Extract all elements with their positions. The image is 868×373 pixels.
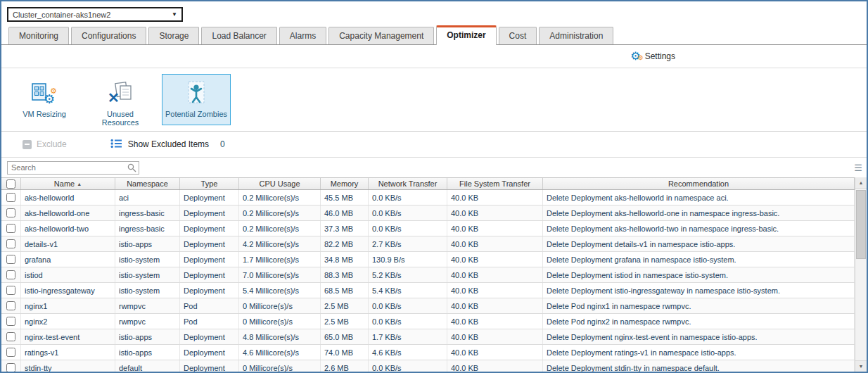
table-row[interactable]: grafana istio-system Deployment 1.7 Mill… <box>1 252 855 267</box>
tab-alarms[interactable]: Alarms <box>279 27 326 44</box>
cell-network-transfer: 0.0 KB/s <box>369 298 447 313</box>
table-row[interactable]: aks-helloworld aci Deployment 0.2 Millic… <box>1 190 855 206</box>
table-row[interactable]: ratings-v1 istio-apps Deployment 4.6 Mil… <box>1 345 855 360</box>
tab-storage[interactable]: Storage <box>148 27 199 44</box>
column-header-namespace[interactable]: Namespace <box>115 178 180 189</box>
chevron-down-icon: ▼ <box>172 11 177 18</box>
cell-file-system-transfer: 40.0 KB <box>447 221 543 236</box>
row-checkbox[interactable] <box>6 317 15 326</box>
scroll-down-icon[interactable]: ▼ <box>855 360 867 372</box>
unused-resources-button[interactable]: ✕ Unused Resources <box>86 74 155 125</box>
table-row[interactable]: details-v1 istio-apps Deployment 4.2 Mil… <box>1 236 855 252</box>
cell-namespace: rwmpvc <box>115 314 180 329</box>
cell-memory: 82.2 MB <box>321 236 369 251</box>
row-checkbox[interactable] <box>6 193 15 202</box>
row-checkbox[interactable] <box>6 348 15 357</box>
tab-configurations[interactable]: Configurations <box>71 27 146 44</box>
cell-namespace: ingress-basic <box>115 206 180 220</box>
column-header-network-transfer[interactable]: Network Transfer <box>369 178 447 189</box>
vm-resizing-label: VM Resizing <box>23 110 66 118</box>
vertical-scrollbar[interactable]: ▲ ▼ <box>855 177 867 372</box>
row-checkbox[interactable] <box>6 286 15 295</box>
tab-load-balancer[interactable]: Load Balancer <box>201 27 276 44</box>
cell-recommendation: Delete Deployment aks-helloworld in name… <box>543 190 855 205</box>
table-row[interactable]: nginx1 rwmpvc Pod 0 Millicore(s)/s 2.5 M… <box>1 298 855 314</box>
cluster-selector[interactable]: Cluster_container-aks1new2 ▼ <box>7 7 183 22</box>
column-header-recommendation[interactable]: Recommendation <box>543 178 855 189</box>
cell-recommendation: Delete Deployment istio-ingressgateway i… <box>543 283 855 298</box>
tab-capacity-management[interactable]: Capacity Management <box>328 27 434 44</box>
cell-network-transfer: 5.2 KB/s <box>369 267 447 282</box>
cell-file-system-transfer: 40.0 KB <box>447 283 543 298</box>
settings-button[interactable]: ⚙ Settings <box>630 51 675 62</box>
table-row[interactable]: aks-helloworld-one ingress-basic Deploym… <box>1 206 855 221</box>
column-header-cpu-usage[interactable]: CPU Usage <box>239 178 321 189</box>
grid-options-icon[interactable]: ☰ <box>854 163 862 172</box>
column-header-memory[interactable]: Memory <box>321 178 369 189</box>
settings-label: Settings <box>645 51 675 61</box>
cell-namespace: istio-apps <box>115 329 180 344</box>
svg-text:✕: ✕ <box>108 90 120 105</box>
cell-namespace: ingress-basic <box>115 221 180 236</box>
table-row[interactable]: aks-helloworld-two ingress-basic Deploym… <box>1 221 855 236</box>
tab-cost[interactable]: Cost <box>499 27 537 44</box>
cell-name: aks-helloworld-two <box>21 221 115 236</box>
cell-memory: 2.5 MB <box>321 298 369 313</box>
unused-resources-label: Unused Resources <box>88 110 153 127</box>
unused-resources-icon: ✕ <box>107 81 134 105</box>
cell-file-system-transfer: 40.0 KB <box>447 345 543 360</box>
tab-optimizer[interactable]: Optimizer <box>436 25 496 45</box>
cell-namespace: default <box>115 360 180 372</box>
cell-name: nginx2 <box>21 314 115 329</box>
row-checkbox[interactable] <box>6 363 15 372</box>
cell-cpu-usage: 7.0 Millicore(s)/s <box>239 267 321 282</box>
table-row[interactable]: istiod istio-system Deployment 7.0 Milli… <box>1 267 855 283</box>
cell-network-transfer: 0.0 KB/s <box>369 360 447 372</box>
cell-name: istiod <box>21 267 115 282</box>
tab-administration[interactable]: Administration <box>539 27 613 44</box>
row-checkbox[interactable] <box>6 255 15 264</box>
cell-network-transfer: 4.6 KB/s <box>369 345 447 360</box>
row-checkbox-cell <box>1 206 21 220</box>
cell-file-system-transfer: 40.0 KB <box>447 252 543 267</box>
table-row[interactable]: nginx-test-event istio-apps Deployment 4… <box>1 329 855 345</box>
cell-memory: 2.6 MB <box>321 360 369 372</box>
cell-namespace: rwmpvc <box>115 298 180 313</box>
exclude-button[interactable]: Exclude <box>23 139 67 149</box>
cell-namespace: istio-apps <box>115 236 180 251</box>
excluded-count: 0 <box>220 139 225 149</box>
potential-zombies-icon <box>184 81 208 105</box>
table-row[interactable]: istio-ingressgateway istio-system Deploy… <box>1 283 855 298</box>
row-checkbox[interactable] <box>6 208 15 217</box>
table-row[interactable]: stdin-tty default Deployment 0 Millicore… <box>1 360 855 372</box>
vm-resizing-button[interactable]: ⚙ ⚙ VM Resizing <box>10 74 79 125</box>
cell-cpu-usage: 0.2 Millicore(s)/s <box>239 221 321 236</box>
cell-type: Pod <box>180 298 239 313</box>
show-excluded-items-button[interactable]: Show Excluded Items 0 <box>110 139 225 151</box>
select-all-checkbox[interactable] <box>6 179 15 189</box>
settings-row: ⚙ Settings <box>1 45 867 68</box>
row-checkbox[interactable] <box>6 239 15 248</box>
row-checkbox-cell <box>1 236 21 251</box>
show-excluded-label: Show Excluded Items <box>128 139 209 149</box>
potential-zombies-button[interactable]: Potential Zombies <box>162 74 231 125</box>
column-header-type[interactable]: Type <box>180 178 239 189</box>
table-row[interactable]: nginx2 rwmpvc Pod 0 Millicore(s)/s 2.5 M… <box>1 314 855 329</box>
tab-monitoring[interactable]: Monitoring <box>8 27 69 44</box>
cell-memory: 88.3 MB <box>321 267 369 282</box>
cell-namespace: istio-system <box>115 252 180 267</box>
cell-recommendation: Delete Deployment ratings-v1 in namespac… <box>543 345 855 360</box>
column-header-file-system-transfer[interactable]: File System Transfer <box>447 178 543 189</box>
column-header-name[interactable]: Name ▲ <box>21 178 115 189</box>
scroll-up-icon[interactable]: ▲ <box>855 177 867 189</box>
row-checkbox-cell <box>1 298 21 313</box>
cell-memory: 74.0 MB <box>321 345 369 360</box>
row-checkbox[interactable] <box>6 301 15 310</box>
search-input[interactable] <box>7 161 139 175</box>
cell-file-system-transfer: 40.0 KB <box>447 206 543 220</box>
cell-recommendation: Delete Deployment aks-helloworld-one in … <box>543 206 855 220</box>
row-checkbox[interactable] <box>6 270 15 279</box>
scrollbar-thumb[interactable] <box>856 190 866 259</box>
row-checkbox[interactable] <box>6 224 15 233</box>
row-checkbox[interactable] <box>6 332 15 341</box>
